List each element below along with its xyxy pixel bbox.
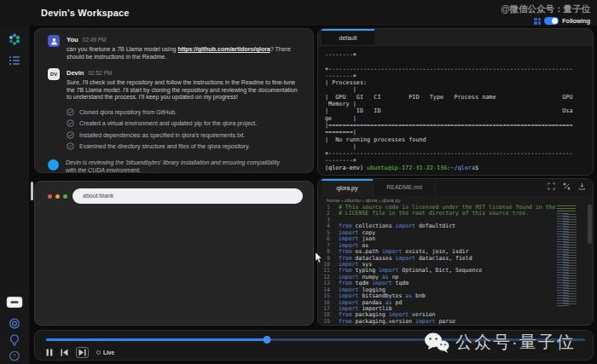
devin-message: DV Devin 02:52 PM Sure, I'll check out t… [48, 68, 303, 101]
watermark-text: 公众号·量子位 [455, 331, 576, 354]
live-toggle[interactable]: Live [96, 350, 114, 355]
message-text: Sure, I'll check out the repository and … [67, 79, 303, 101]
chat-panel: You 02:49 PM can you finetune a 7B Llama… [34, 28, 314, 173]
editor-tab-qlora[interactable]: qlora.py [322, 179, 373, 195]
skip-back-button[interactable] [61, 349, 68, 356]
following-toggle[interactable] [544, 17, 559, 25]
traffic-light-red-icon[interactable] [48, 194, 52, 199]
traffic-light-green-icon[interactable] [63, 194, 67, 199]
sidebar: ? [0, 26, 29, 364]
minimap[interactable] [555, 205, 584, 313]
editor-tab-bar: qlora.py README.md [318, 179, 593, 195]
split-editor-icon[interactable] [563, 182, 571, 190]
devin-status: Devin is reviewing the 'bitsandbytes' li… [48, 159, 303, 173]
skip-forward-icon [78, 349, 86, 356]
terminal-output: --------+ +-----------------------------… [325, 51, 586, 165]
record-icon[interactable] [9, 318, 20, 329]
message-time: 02:52 PM [88, 70, 112, 76]
message-text: can you finetune a 7B Llama model using … [67, 46, 303, 61]
top-bar: Devin's Workspace @微信公众号：量子位 Following [0, 0, 597, 26]
slider-fill [46, 338, 267, 341]
code-gutter: 12345678910111213141516171819 [318, 205, 333, 325]
fullscreen-icon[interactable] [548, 182, 555, 190]
editor-panel: qlora.py README.md home › ubuntu › qlora… [317, 178, 594, 326]
sender-name: Devin [67, 69, 84, 77]
code-editor[interactable]: 12345678910111213141516171819 # This sou… [318, 205, 593, 325]
url-bar[interactable]: about:blank [72, 188, 303, 204]
live-indicator-icon [96, 350, 101, 355]
code-lines: # This source code is licensed under the… [333, 205, 555, 325]
editor-tab-readme[interactable]: README.md [373, 179, 436, 195]
page-title: Devin's Workspace [41, 8, 130, 18]
slider-handle[interactable] [264, 336, 271, 344]
task-list-icon[interactable] [9, 55, 20, 66]
message-time: 02:49 PM [83, 37, 107, 43]
terminal-prompt: (qlora-env) ubuntu@ip-172-31-22-136:~/ql… [325, 165, 586, 171]
checklist-item: Examined the directory structure and fil… [67, 142, 303, 150]
check-circle-icon [67, 108, 74, 116]
traffic-light-yellow-icon[interactable] [55, 194, 60, 199]
keyboard-icon[interactable] [7, 297, 23, 308]
terminal-output-area[interactable]: --------+ +-----------------------------… [318, 46, 593, 171]
terminal-panel: default --------+ +---------------------… [317, 28, 594, 176]
following-label: Following [562, 18, 590, 24]
status-dot [48, 159, 59, 170]
lightbulb-icon[interactable] [9, 334, 20, 347]
devin-avatar: DV [48, 68, 60, 80]
pause-button[interactable] [46, 349, 53, 356]
svg-text:?: ? [13, 353, 16, 359]
mouse-cursor-icon [315, 252, 322, 263]
left-scrollbar[interactable] [31, 182, 33, 200]
watermark-text: @微信公众号：量子位 [501, 3, 590, 15]
check-circle-icon [67, 119, 74, 127]
bottom-watermark: 公众号·量子位 [424, 331, 576, 354]
check-circle-icon [67, 131, 74, 139]
sender-name: You [67, 36, 78, 43]
repo-link[interactable]: https://github.com/artidoro/qlora [177, 46, 270, 52]
skip-forward-button[interactable] [76, 347, 89, 358]
top-watermark: @微信公众号：量子位 Following [501, 3, 590, 25]
terminal-tab-bar: default [318, 29, 593, 46]
status-text: Devin is reviewing the 'bitsandbytes' li… [66, 159, 303, 173]
task-checklist: Cloned qlora repository from GitHub. Cre… [67, 108, 303, 151]
checklist-item: Created a virtual environment and update… [67, 119, 303, 127]
person-icon [50, 38, 58, 45]
download-icon[interactable] [578, 182, 586, 190]
checklist-item: Cloned qlora repository from GitHub. [67, 108, 303, 116]
browser-panel: about:blank [34, 181, 314, 326]
user-message: You 02:49 PM can you finetune a 7B Llama… [48, 35, 303, 61]
checklist-item: Installed dependencies as specified in q… [67, 131, 303, 139]
grid-icon [534, 18, 541, 25]
editor-scrollbar[interactable] [588, 205, 592, 324]
wechat-icon [424, 332, 449, 354]
terminal-tab-default[interactable]: default [322, 29, 374, 45]
user-avatar [48, 35, 60, 47]
help-icon[interactable]: ? [9, 350, 20, 361]
devin-logo-icon[interactable] [8, 32, 21, 46]
check-circle-icon [67, 142, 74, 150]
